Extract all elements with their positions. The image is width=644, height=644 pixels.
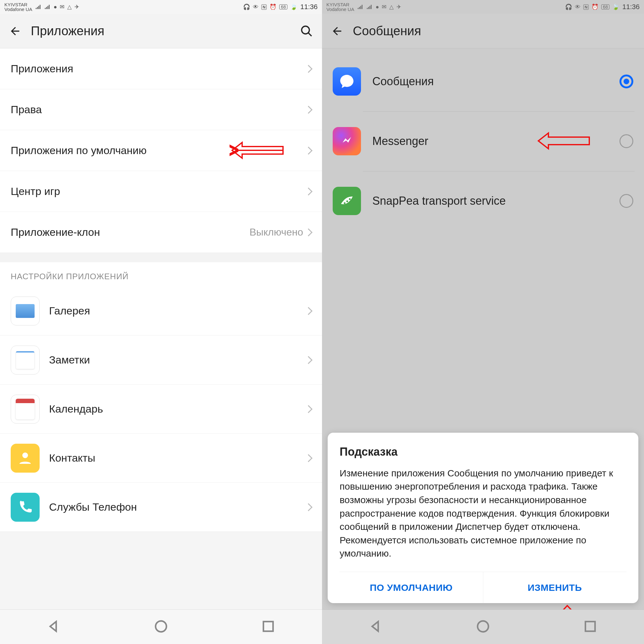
row-label: Права <box>11 103 306 116</box>
dialog-body: Изменение приложения Сообщения по умолча… <box>340 467 626 560</box>
messenger-app-icon <box>333 127 361 155</box>
carrier-labels: KYIVSTAR Vodafone UA <box>4 2 32 12</box>
app-label: Галерея <box>49 305 306 317</box>
back-icon[interactable] <box>9 25 21 37</box>
section-title: НАСТРОЙКИ ПРИЛОЖЕНИЙ <box>0 262 322 286</box>
app-option-label: Сообщения <box>372 75 619 88</box>
chevron-right-icon <box>304 503 312 511</box>
nav-recent[interactable] <box>261 619 275 635</box>
app-label: Заметки <box>49 354 306 366</box>
app-label: Службы Телефон <box>49 501 306 513</box>
header: Приложения <box>0 14 322 48</box>
app-option-snappea[interactable]: SnapPea transport service <box>322 171 644 231</box>
chevron-right-icon <box>304 65 312 73</box>
mail-icon: ✉ <box>60 3 64 10</box>
clock: 11:36 <box>622 3 640 11</box>
row-game-center[interactable]: Центр игр <box>0 171 322 212</box>
headphones-icon: 🎧 <box>243 3 250 10</box>
dialog-default-button[interactable]: ПО УМОЛЧАНИЮ <box>340 572 483 603</box>
chevron-right-icon <box>304 228 312 236</box>
nfc-icon: N <box>583 4 589 10</box>
calendar-icon <box>11 395 40 424</box>
radio-unselected[interactable] <box>619 194 633 208</box>
row-label: Центр игр <box>11 185 306 197</box>
nav-bar <box>0 609 322 644</box>
svg-point-7 <box>344 202 346 204</box>
messages-app-icon <box>333 67 361 96</box>
carrier-2: Vodafone UA <box>4 7 32 12</box>
page-title: Приложения <box>31 24 300 38</box>
signal-icon <box>44 4 51 10</box>
row-permissions[interactable]: Права <box>0 89 322 130</box>
warning-icon: △ <box>67 3 72 10</box>
app-row-notes[interactable]: Заметки <box>0 336 322 385</box>
nav-home[interactable] <box>476 619 490 635</box>
dot-icon: ● <box>375 4 379 10</box>
chevron-right-icon <box>304 307 312 315</box>
row-apps[interactable]: Приложения <box>0 48 322 89</box>
battery-icon: 68 <box>601 4 609 9</box>
carrier-labels: KYIVSTAR Vodafone UA <box>326 2 354 12</box>
status-icons-right: 🎧 👁 N ⏰ 68 🍃 <box>243 3 297 10</box>
alarm-icon: ⏰ <box>591 3 598 10</box>
chevron-right-icon <box>304 356 312 364</box>
battery-icon: 68 <box>279 4 287 9</box>
carrier-2: Vodafone UA <box>326 7 354 12</box>
clock: 11:36 <box>300 3 318 11</box>
svg-point-8 <box>346 200 348 202</box>
leaf-icon: 🍃 <box>290 3 297 10</box>
snappea-app-icon <box>333 187 361 215</box>
back-icon[interactable] <box>331 25 343 37</box>
svg-rect-11 <box>586 621 595 631</box>
app-row-contacts[interactable]: Контакты <box>0 434 322 483</box>
dot-icon: ● <box>53 4 57 10</box>
status-bar: KYIVSTAR Vodafone UA ● ✉ △ ✈ 🎧 👁 N ⏰ 68 … <box>0 0 322 14</box>
radio-selected[interactable] <box>619 75 633 88</box>
app-row-gallery[interactable]: Галерея <box>0 286 322 336</box>
row-app-twin[interactable]: Приложение-клон Выключено <box>0 212 322 253</box>
dialog-buttons: ПО УМОЛЧАНИЮ ИЗМЕНИТЬ <box>340 572 626 603</box>
nav-home[interactable] <box>154 619 168 635</box>
nav-back[interactable] <box>47 619 61 635</box>
chevron-right-icon <box>304 454 312 462</box>
signal-icon <box>35 4 42 10</box>
row-label: Приложения по умолчанию <box>11 144 306 157</box>
dialog-change-button[interactable]: ИЗМЕНИТЬ <box>483 572 627 603</box>
row-default-apps[interactable]: Приложения по умолчанию <box>0 130 322 171</box>
svg-point-5 <box>156 621 167 632</box>
header: Сообщения <box>322 14 644 48</box>
carrier-1: KYIVSTAR <box>4 2 32 7</box>
chevron-right-icon <box>304 187 312 195</box>
app-option-messenger[interactable]: Messenger <box>322 111 644 171</box>
eye-icon: 👁 <box>253 4 258 10</box>
row-label: Приложения <box>11 63 306 75</box>
chevron-right-icon <box>304 405 312 413</box>
page-title: Сообщения <box>353 24 635 38</box>
svg-point-4 <box>22 452 28 458</box>
settings-list: Приложения Права Приложения по умолчанию… <box>0 48 322 253</box>
status-icons-right: 🎧 👁 N ⏰ 68 🍃 <box>565 3 619 10</box>
screen-apps: KYIVSTAR Vodafone UA ● ✉ △ ✈ 🎧 👁 N ⏰ 68 … <box>0 0 322 644</box>
gallery-icon <box>11 297 40 325</box>
svg-line-1 <box>308 33 312 36</box>
warning-icon: △ <box>389 3 394 10</box>
app-option-messages[interactable]: Сообщения <box>322 52 644 111</box>
svg-rect-6 <box>264 621 273 631</box>
search-icon[interactable] <box>300 25 313 38</box>
svg-point-10 <box>478 621 489 632</box>
svg-point-9 <box>349 198 351 200</box>
telegram-icon: ✈ <box>75 3 79 10</box>
radio-unselected[interactable] <box>619 134 633 148</box>
app-row-calendar[interactable]: Календарь <box>0 385 322 434</box>
chevron-right-icon <box>304 106 312 114</box>
app-option-label: Messenger <box>372 135 619 148</box>
status-icons-left: ● ✉ △ ✈ <box>35 3 79 10</box>
app-row-phone[interactable]: Службы Телефон <box>0 483 322 532</box>
phone-icon <box>11 493 40 522</box>
nav-back[interactable] <box>369 619 383 635</box>
screen-messages: KYIVSTAR Vodafone UA ● ✉ △ ✈ 🎧 👁 N ⏰ 68 … <box>322 0 644 644</box>
confirm-dialog: Подсказка Изменение приложения Сообщения… <box>328 433 638 603</box>
row-value: Выключено <box>249 226 303 238</box>
nav-recent[interactable] <box>583 619 597 635</box>
default-app-list: Сообщения Messenger SnapPea transport se… <box>322 48 644 231</box>
